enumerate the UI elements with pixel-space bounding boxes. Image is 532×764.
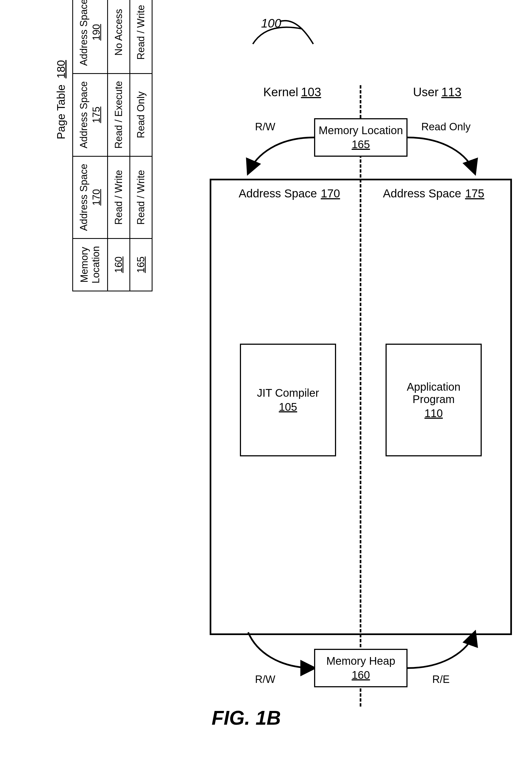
perm-top-left: R/W (255, 121, 275, 133)
heap-label: Memory Heap (318, 655, 404, 667)
address-space-170: Address Space170 (227, 187, 351, 200)
memory-location-ref: 165 (318, 138, 404, 151)
user-label: User113 (413, 85, 462, 99)
row1-loc: 165 (130, 238, 152, 291)
application-program-box: Application Program 110 (386, 344, 482, 456)
hdr-addr-170: Address Space 170 (73, 156, 108, 238)
hdr-memory-location: Memory Location (73, 238, 108, 291)
page-table-title-text: Page Table (55, 85, 67, 139)
row1-c2: Read / Write (130, 0, 152, 74)
app-ref: 110 (389, 407, 478, 420)
row0-c0: Read / Write (108, 156, 130, 238)
row0-c1: Read / Execute (108, 74, 130, 156)
figure-label: FIG. 1B (211, 706, 281, 729)
memory-location-box: Memory Location 165 (314, 118, 408, 157)
app-label: Application Program (389, 381, 478, 406)
page-table-title-ref: 180 (55, 60, 67, 78)
row1-c0: Read / Write (130, 156, 152, 238)
jit-compiler-box: JIT Compiler 105 (240, 344, 336, 456)
table-header-row: Memory Location Address Space 170 Addres… (73, 0, 108, 291)
row0-c2: No Access (108, 0, 130, 74)
table-row: 165 Read / Write Read Only Read / Write … (130, 0, 152, 291)
heap-ref: 160 (318, 669, 404, 681)
architecture-diagram: Kernel103 User113 Memory Location 165 (210, 85, 512, 706)
page-table-grid: Memory Location Address Space 170 Addres… (72, 0, 153, 291)
address-space-175: Address Space175 (372, 187, 495, 200)
perm-bottom-right: R/E (432, 673, 450, 685)
table-row: 160 Read / Write Read / Execute No Acces… (108, 0, 130, 291)
hdr-addr-175: Address Space 175 (73, 74, 108, 156)
row0-loc: 160 (108, 238, 130, 291)
memory-location-label: Memory Location (318, 124, 404, 137)
jit-ref: 105 (243, 401, 333, 413)
jit-label: JIT Compiler (243, 387, 333, 399)
perm-bottom-left: R/W (255, 673, 275, 685)
hdr-addr-190: Address Space 190 (73, 0, 108, 74)
kernel-label: Kernel103 (263, 85, 321, 99)
page-table-title: Page Table 180 (55, 0, 67, 291)
perm-top-right: Read Only (421, 121, 471, 133)
lead-arc (247, 19, 319, 52)
page-table: Page Table 180 Memory Location Address S… (55, 0, 153, 291)
memory-heap-box: Memory Heap 160 (314, 649, 408, 687)
row1-c1: Read Only (130, 74, 152, 156)
